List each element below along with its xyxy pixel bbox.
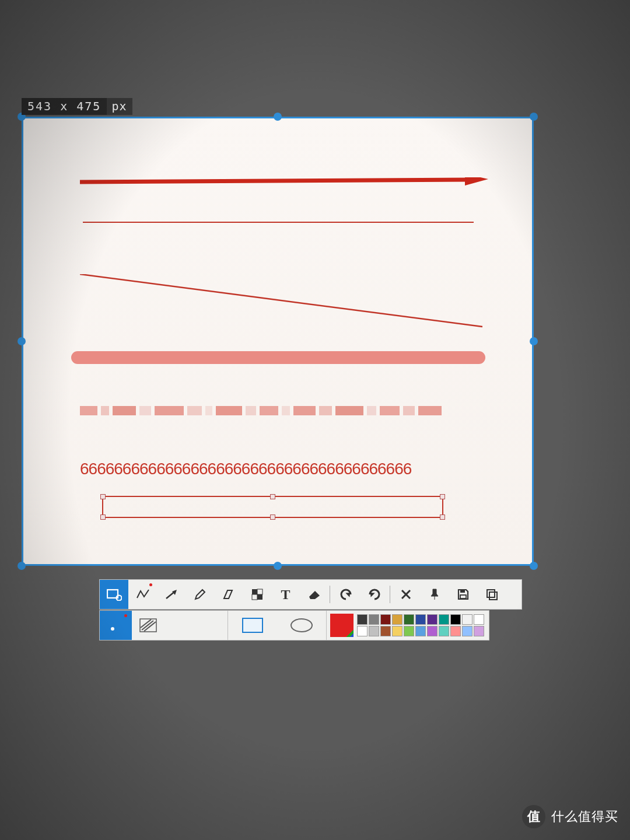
color-swatch-grid [357, 614, 484, 636]
toolbar-separator [390, 586, 390, 603]
resize-handle-mr[interactable] [530, 337, 538, 345]
color-swatch[interactable] [357, 626, 368, 636]
watermark-badge: 值 [522, 805, 545, 828]
close-button[interactable] [391, 580, 420, 609]
color-palette [327, 610, 489, 640]
watermark: 值 什么值得买 [522, 805, 618, 828]
color-swatch[interactable] [392, 626, 402, 636]
redo-button[interactable] [360, 580, 388, 609]
color-swatch[interactable] [404, 614, 414, 625]
selection-size-tooltip: 543 x 475 px [22, 98, 132, 115]
shape-ellipse[interactable] [286, 611, 318, 640]
color-swatch[interactable] [462, 614, 473, 625]
svg-point-19 [111, 627, 114, 631]
shape-ellipse-icon [290, 618, 313, 632]
svg-rect-9 [257, 589, 262, 594]
modified-dot-icon [124, 614, 127, 617]
rect-select-tool[interactable] [100, 580, 128, 609]
svg-rect-15 [460, 590, 465, 593]
color-swatch[interactable] [439, 626, 449, 636]
svg-rect-17 [487, 590, 495, 597]
resize-handle-ml[interactable] [18, 337, 26, 345]
svg-rect-16 [460, 595, 466, 598]
size-small[interactable] [100, 611, 132, 640]
color-swatch[interactable] [369, 626, 379, 636]
svg-rect-7 [252, 589, 257, 594]
resize-handle-bl[interactable] [18, 562, 26, 570]
resize-handle-tm[interactable] [274, 113, 282, 121]
color-swatch[interactable] [439, 614, 449, 625]
options-subbar [99, 610, 489, 640]
svg-rect-8 [257, 594, 262, 600]
color-swatch[interactable] [392, 614, 402, 625]
color-swatch[interactable] [380, 614, 391, 625]
color-swatch[interactable] [474, 614, 484, 625]
resize-handle-bm[interactable] [274, 562, 282, 570]
color-swatch[interactable] [427, 614, 438, 625]
text-tool[interactable]: T [271, 580, 300, 609]
modified-dot-icon [149, 583, 152, 586]
svg-rect-18 [489, 592, 497, 600]
resize-handle-tr[interactable] [530, 113, 538, 121]
color-swatch[interactable] [415, 614, 426, 625]
color-swatch[interactable] [404, 626, 414, 636]
current-color-swatch[interactable] [330, 614, 354, 637]
copy-button[interactable] [477, 580, 506, 609]
undo-button[interactable] [331, 580, 360, 609]
eraser-tool[interactable] [300, 580, 328, 609]
color-swatch[interactable] [450, 614, 461, 625]
selection-unit: px [107, 98, 132, 115]
mosaic-tool[interactable] [243, 580, 271, 609]
pin-button[interactable] [420, 580, 449, 609]
color-swatch[interactable] [369, 614, 379, 625]
save-button[interactable] [449, 580, 477, 609]
color-swatch[interactable] [450, 626, 461, 636]
highlighter-tool[interactable] [214, 580, 243, 609]
watermark-text: 什么值得买 [551, 808, 618, 825]
arrow-tool[interactable] [157, 580, 186, 609]
svg-rect-10 [252, 594, 257, 600]
stroke-options [99, 610, 228, 640]
size-hatch[interactable] [132, 611, 164, 640]
annotation-toolbar: T [99, 579, 522, 610]
selection-border [22, 117, 534, 566]
polyline-tool[interactable] [128, 580, 157, 609]
color-swatch[interactable] [357, 614, 368, 625]
color-swatch[interactable] [427, 626, 438, 636]
resize-handle-br[interactable] [530, 562, 538, 570]
color-swatch[interactable] [462, 626, 473, 636]
canvas-selection[interactable]: 666666666666666666666666666666666666666 [22, 117, 534, 566]
shape-options [228, 610, 327, 640]
pencil-tool[interactable] [186, 580, 214, 609]
color-swatch[interactable] [474, 626, 484, 636]
shape-rectangle-icon [242, 618, 263, 633]
selection-dimensions: 543 x 475 [22, 98, 107, 115]
shape-rectangle[interactable] [237, 611, 269, 640]
toolbar-separator [330, 586, 330, 603]
color-swatch[interactable] [380, 626, 391, 636]
color-swatch[interactable] [415, 626, 426, 636]
